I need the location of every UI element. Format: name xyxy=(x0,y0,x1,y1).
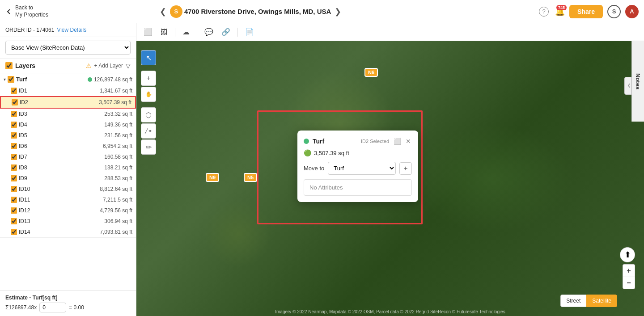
polyline-tool-btn[interactable]: ╱✦ xyxy=(141,123,156,139)
zoom-in-tool-btn[interactable]: + xyxy=(141,71,156,86)
layer-item-id14[interactable]: ID14 7,093.81 sq ft xyxy=(0,227,136,237)
popup-add-layer-btn[interactable]: + xyxy=(399,162,412,175)
layer-item-id11[interactable]: ID11 7,211.5 sq ft xyxy=(0,194,136,205)
header-nav: ❮ S 4700 Riverstone Drive, Owings Mills,… xyxy=(158,5,343,18)
notes-collapse-btn[interactable]: 《 xyxy=(624,77,631,95)
turf-group-checkbox[interactable] xyxy=(8,76,14,83)
popup-area-row: 🟢 3,507.39 sq ft xyxy=(304,149,412,156)
nav-next-btn[interactable]: ❯ xyxy=(333,5,343,18)
toolbar-sep-3 xyxy=(237,28,238,37)
id4-name: ID4 xyxy=(19,122,102,128)
select-tool-btn[interactable]: ↖ xyxy=(141,50,156,65)
layer-item-id12[interactable]: ID12 4,729.56 sq ft xyxy=(0,205,136,216)
layer-item-id7[interactable]: ID7 160.58 sq ft xyxy=(0,152,136,162)
id10-name: ID10 xyxy=(19,186,98,192)
map-marker-n9: N9 xyxy=(206,173,219,182)
id2-checkbox[interactable] xyxy=(12,99,18,105)
id10-checkbox[interactable] xyxy=(11,186,17,192)
id1-checkbox[interactable] xyxy=(11,88,17,94)
id6-checkbox[interactable] xyxy=(11,143,17,149)
popup-no-attributes-text: No Attributes xyxy=(309,184,343,191)
estimate-label: Estimate - Turf[sq ft] xyxy=(5,295,131,301)
polygon-tool-btn[interactable]: ⬡ xyxy=(141,107,156,122)
draw-tool-btn[interactable]: ✏ xyxy=(141,139,156,155)
base-view-select-row: Base View (SiteRecon Data) xyxy=(0,37,136,59)
id3-checkbox[interactable] xyxy=(11,111,17,117)
turf-status-dot xyxy=(88,77,92,82)
id8-checkbox[interactable] xyxy=(11,164,17,171)
map-marker-n6: N6 xyxy=(364,68,378,77)
id12-checkbox[interactable] xyxy=(11,207,17,214)
layers-label: Layers xyxy=(15,62,83,69)
id6-area: 6,954.2 sq ft xyxy=(103,143,132,149)
toolbar-comment-btn[interactable]: 💬 xyxy=(202,26,216,38)
id7-area: 160.58 sq ft xyxy=(104,154,132,160)
help-btn[interactable]: ? xyxy=(537,5,551,18)
id13-name: ID13 xyxy=(19,218,102,224)
top-toolbar: ⬜ 🖼 ☁ 💬 🔗 📄 xyxy=(136,23,644,41)
id7-checkbox[interactable] xyxy=(11,154,17,160)
id11-checkbox[interactable] xyxy=(11,197,17,203)
layer-item-id6[interactable]: ID6 6,954.2 sq ft xyxy=(0,141,136,152)
map-area: N6 N7 N9 N5 ↖ + ✋ ⬡ ╱✦ ✏ + − ⬆ Street Sa… xyxy=(136,41,644,316)
id8-name: ID8 xyxy=(19,164,102,171)
layer-popup: Turf ID2 Selected ⬜ ✕ 🟢 3,507.39 sq ft M… xyxy=(297,131,418,202)
filter-button[interactable]: ▽ xyxy=(126,62,131,69)
id13-checkbox[interactable] xyxy=(11,218,17,224)
zoom-out-btn[interactable]: − xyxy=(623,277,635,289)
toolbar-sep-1 xyxy=(175,28,175,37)
id2-area: 3,507.39 sq ft xyxy=(99,99,131,105)
add-layer-button[interactable]: + Add Layer xyxy=(94,63,123,69)
toolbar-doc-btn[interactable]: 📄 xyxy=(242,26,257,38)
satellite-view-btn[interactable]: Satellite xyxy=(586,295,617,307)
sidebar: ORDER ID - 174061 View Details Base View… xyxy=(0,23,136,316)
zoom-in-btn[interactable]: + xyxy=(623,264,635,277)
view-details-link[interactable]: View Details xyxy=(57,27,86,33)
layer-item-id5[interactable]: ID5 231.56 sq ft xyxy=(0,130,136,141)
id5-checkbox[interactable] xyxy=(11,132,17,139)
order-id-text: ORDER ID - 174061 xyxy=(5,27,54,33)
layer-item-id2[interactable]: ID2 3,507.39 sq ft xyxy=(0,96,136,109)
id3-name: ID3 xyxy=(19,111,102,117)
layer-item-id8[interactable]: ID8 138.21 sq ft xyxy=(0,162,136,173)
layer-item-id4[interactable]: ID4 149.36 sq ft xyxy=(0,119,136,130)
notes-panel[interactable]: Notes xyxy=(631,41,644,122)
layer-item-id10[interactable]: ID10 8,812.64 sq ft xyxy=(0,184,136,194)
layer-item-id1[interactable]: ID1 1,341.67 sq ft xyxy=(0,85,136,96)
toolbar-link-btn[interactable]: 🔗 xyxy=(219,26,233,38)
id4-checkbox[interactable] xyxy=(11,122,17,128)
nav-prev-btn[interactable]: ❮ xyxy=(158,5,168,18)
toolbar-image-btn[interactable]: 🖼 xyxy=(158,26,170,38)
map-tools-panel: ↖ + ✋ ⬡ ╱✦ ✏ xyxy=(141,50,156,155)
id1-area: 1,341.67 sq ft xyxy=(100,88,132,94)
turf-group-area: 126,897.48 sq ft xyxy=(94,76,132,83)
base-view-select[interactable]: Base View (SiteRecon Data) xyxy=(5,41,131,55)
address-text: 4700 Riverstone Drive, Owings Mills, MD,… xyxy=(184,8,331,15)
header-right: ? 🔔 745 Share S A xyxy=(537,5,639,18)
toolbar-select-btn[interactable]: ⬜ xyxy=(141,26,155,38)
street-view-btn[interactable]: Street xyxy=(560,295,586,307)
back-to-properties-btn[interactable]: Back to My Properties xyxy=(5,4,59,18)
id13-area: 306.94 sq ft xyxy=(104,218,132,224)
estimate-multiplier-input[interactable] xyxy=(39,303,66,312)
map-attribution: Imagery © 2022 Nearmap, Mapdata © 2022 O… xyxy=(275,309,505,314)
id5-area: 231.56 sq ft xyxy=(104,132,132,139)
layer-item-id9[interactable]: ID9 288.53 sq ft xyxy=(0,173,136,184)
share-button[interactable]: Share xyxy=(569,5,603,18)
notification-btn[interactable]: 🔔 745 xyxy=(555,7,565,17)
id12-area: 4,729.56 sq ft xyxy=(100,207,132,214)
pan-tool-btn[interactable]: ✋ xyxy=(141,87,156,102)
id6-name: ID6 xyxy=(19,143,101,149)
popup-expand-btn[interactable]: ⬜ xyxy=(393,137,402,146)
layer-item-id13[interactable]: ID13 306.94 sq ft xyxy=(0,216,136,227)
popup-close-btn[interactable]: ✕ xyxy=(405,137,412,146)
layer-item-id3[interactable]: ID3 253.32 sq ft xyxy=(0,109,136,119)
id14-checkbox[interactable] xyxy=(11,229,17,235)
popup-move-to-select[interactable]: Turf xyxy=(328,162,396,175)
id9-checkbox[interactable] xyxy=(11,175,17,181)
user-s-icon: S xyxy=(607,5,621,18)
layers-toggle-checkbox[interactable] xyxy=(5,62,13,69)
toolbar-upload-btn[interactable]: ☁ xyxy=(180,26,192,38)
compass-icon: ⬆ xyxy=(620,247,635,262)
turf-group-header[interactable]: ▾ Turf 126,897.48 sq ft xyxy=(0,73,136,85)
